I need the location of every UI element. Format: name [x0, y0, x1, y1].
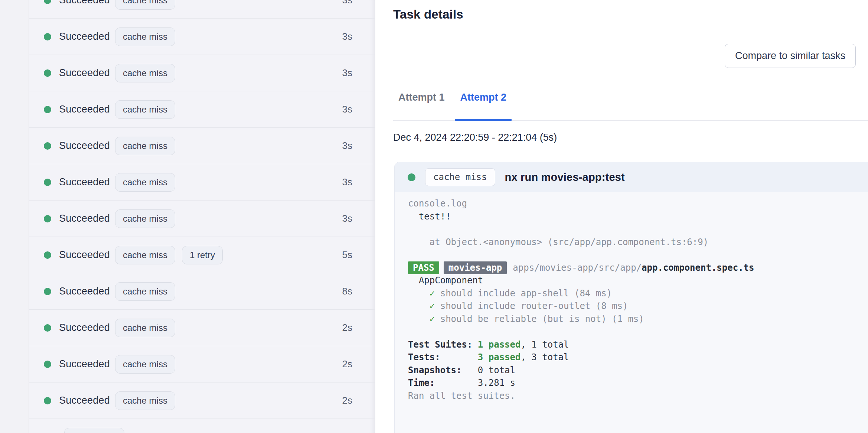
- cache-status-badge: cache miss: [115, 282, 175, 301]
- left-gutter: [0, 0, 29, 433]
- nx-cloud-run-page: Succeededcache miss3sSucceededcache miss…: [0, 0, 868, 433]
- task-status-label: Succeeded: [59, 395, 110, 406]
- task-duration: 3s: [342, 213, 352, 224]
- task-row[interactable]: cache miss: [29, 419, 375, 433]
- toolbar: Compare to similar tasks: [375, 44, 868, 68]
- task-status-label: Succeeded: [59, 31, 110, 42]
- task-row[interactable]: Succeededcache miss3s: [29, 91, 375, 128]
- task-row[interactable]: Succeededcache miss2s: [29, 382, 375, 419]
- task-row[interactable]: Succeededcache miss3s: [29, 201, 375, 237]
- terminal-line: Tests: 3 passed, 3 total: [408, 351, 868, 364]
- terminal-line: [408, 325, 868, 338]
- terminal-line: Snapshots: 0 total: [408, 364, 868, 377]
- compare-similar-tasks-button[interactable]: Compare to similar tasks: [725, 44, 856, 68]
- terminal-line: PASSmovies-appapps/movies-app/src/app/ap…: [408, 261, 868, 274]
- task-duration: 3s: [342, 67, 352, 79]
- task-status-label: Succeeded: [59, 176, 110, 188]
- task-duration: 3s: [342, 140, 352, 152]
- cache-status-badge: cache miss: [115, 0, 175, 10]
- task-status-label: Succeeded: [59, 286, 110, 297]
- task-duration: 3s: [342, 0, 352, 6]
- task-list: Succeededcache miss3sSucceededcache miss…: [29, 0, 375, 433]
- task-details-panel: Task details Compare to similar tasks At…: [375, 0, 868, 433]
- cache-status-badge: cache miss: [115, 209, 175, 228]
- check-icon: ✓: [430, 288, 435, 299]
- task-card: cache miss nx run movies-app:test consol…: [394, 162, 868, 433]
- task-status-label: Succeeded: [59, 67, 110, 79]
- terminal-output: console.log test!! at Object.<anonymous>…: [395, 192, 868, 433]
- cache-status-badge: cache miss: [115, 246, 175, 264]
- project-badge: movies-app: [444, 261, 507, 274]
- task-duration: 2s: [342, 358, 352, 370]
- status-success-icon: [44, 251, 51, 259]
- terminal-line: Time: 3.281 s: [408, 377, 868, 390]
- status-success-icon: [44, 397, 51, 404]
- attempt-date-range: Dec 4, 2024 22:20:59 - 22:21:04 (5s): [393, 132, 868, 143]
- attempt-tabs: Attempt 1Attempt 2: [393, 92, 868, 121]
- task-row[interactable]: Succeededcache miss3s: [29, 0, 375, 19]
- terminal-line: AppComponent: [408, 274, 868, 287]
- terminal-line: console.log: [408, 197, 868, 210]
- task-rows: Succeededcache miss3sSucceededcache miss…: [29, 0, 375, 433]
- status-success-icon: [44, 179, 51, 186]
- cache-status-badge: cache miss: [115, 319, 175, 337]
- cache-status-badge: cache miss: [115, 173, 175, 192]
- terminal-line: [408, 223, 868, 236]
- status-success-icon: [44, 361, 51, 368]
- page-title: Task details: [375, 0, 868, 22]
- task-row[interactable]: Succeededcache miss8s: [29, 273, 375, 310]
- status-success-icon: [408, 173, 415, 181]
- cache-status-badge: cache miss: [115, 355, 175, 374]
- status-success-icon: [44, 0, 51, 4]
- tab-attempt-1[interactable]: Attempt 1: [393, 92, 450, 120]
- task-duration: 2s: [342, 395, 352, 406]
- cache-status-badge: cache miss: [425, 168, 495, 186]
- cache-status-badge: cache miss: [115, 64, 175, 82]
- terminal-line: ✓ should be reliable (but is not) (1 ms): [408, 313, 868, 326]
- terminal-line: Test Suites: 1 passed, 1 total: [408, 338, 868, 351]
- task-duration: 5s: [342, 249, 352, 261]
- task-duration: 2s: [342, 322, 352, 333]
- status-success-icon: [44, 324, 51, 332]
- cache-status-badge: cache miss: [115, 137, 175, 155]
- task-duration: 8s: [342, 286, 352, 297]
- task-row[interactable]: Succeededcache miss1 retry5s: [29, 237, 375, 273]
- status-success-icon: [44, 215, 51, 222]
- cache-status-badge: cache miss: [115, 391, 175, 410]
- task-status-label: Succeeded: [59, 0, 110, 6]
- task-status-label: Succeeded: [59, 104, 110, 115]
- tab-attempt-2[interactable]: Attempt 2: [455, 92, 512, 120]
- retry-badge: 1 retry: [182, 246, 223, 264]
- task-duration: 3s: [342, 31, 352, 42]
- terminal-line: [408, 248, 868, 261]
- task-row[interactable]: Succeededcache miss2s: [29, 310, 375, 346]
- task-duration: 3s: [342, 104, 352, 115]
- jest-pass-badge: PASS: [408, 261, 439, 274]
- task-duration: 3s: [342, 176, 352, 188]
- task-row[interactable]: Succeededcache miss2s: [29, 346, 375, 382]
- task-row[interactable]: Succeededcache miss3s: [29, 164, 375, 201]
- check-icon: ✓: [430, 301, 435, 311]
- task-status-label: Succeeded: [59, 249, 110, 261]
- status-success-icon: [44, 33, 51, 40]
- status-success-icon: [44, 106, 51, 113]
- status-success-icon: [44, 142, 51, 150]
- terminal-line: at Object.<anonymous> (src/app/app.compo…: [408, 236, 868, 249]
- task-row[interactable]: Succeededcache miss3s: [29, 55, 375, 91]
- task-status-label: Succeeded: [59, 213, 110, 224]
- task-status-label: Succeeded: [59, 358, 110, 370]
- task-status-label: Succeeded: [59, 140, 110, 152]
- cache-status-badge: cache miss: [115, 27, 175, 46]
- check-icon: ✓: [430, 314, 435, 324]
- task-row[interactable]: Succeededcache miss3s: [29, 128, 375, 164]
- status-success-icon: [44, 288, 51, 295]
- terminal-line: ✓ should include router-outlet (8 ms): [408, 300, 868, 313]
- terminal-line: Ran all test suites.: [408, 390, 868, 403]
- task-status-label: Succeeded: [59, 322, 110, 333]
- task-row[interactable]: Succeededcache miss3s: [29, 19, 375, 55]
- status-success-icon: [44, 69, 51, 77]
- cache-status-badge: cache miss: [64, 428, 124, 433]
- terminal-line: ✓ should include app-shell (84 ms): [408, 287, 868, 300]
- cache-status-badge: cache miss: [115, 100, 175, 119]
- task-command: nx run movies-app:test: [505, 171, 625, 183]
